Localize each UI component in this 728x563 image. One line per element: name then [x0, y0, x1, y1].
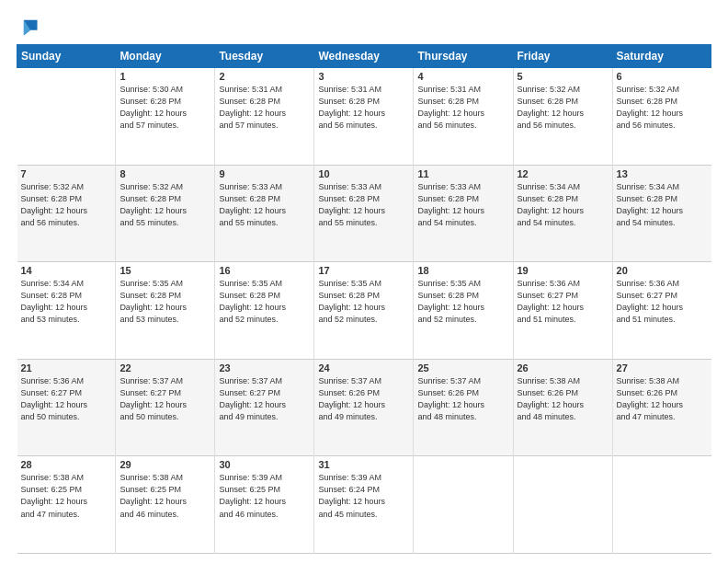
- day-info: Sunrise: 5:37 AMSunset: 6:27 PMDaylight:…: [119, 375, 210, 423]
- day-number: 24: [318, 362, 409, 373]
- day-info: Sunrise: 5:37 AMSunset: 6:26 PMDaylight:…: [318, 375, 409, 423]
- calendar-cell: 13Sunrise: 5:34 AMSunset: 6:28 PMDayligh…: [612, 165, 711, 262]
- logo-icon: [18, 17, 39, 37]
- day-info: Sunrise: 5:33 AMSunset: 6:28 PMDaylight:…: [219, 181, 310, 229]
- calendar-cell: 6Sunrise: 5:32 AMSunset: 6:28 PMDaylight…: [612, 68, 711, 166]
- header-wednesday: Wednesday: [314, 45, 414, 68]
- day-number: 3: [318, 71, 409, 82]
- day-info: Sunrise: 5:39 AMSunset: 6:25 PMDaylight:…: [219, 472, 310, 520]
- day-info: Sunrise: 5:37 AMSunset: 6:26 PMDaylight:…: [417, 375, 508, 423]
- day-number: 21: [21, 362, 112, 373]
- day-info: Sunrise: 5:32 AMSunset: 6:28 PMDaylight:…: [21, 181, 112, 229]
- day-info: Sunrise: 5:38 AMSunset: 6:26 PMDaylight:…: [518, 375, 609, 423]
- day-info: Sunrise: 5:39 AMSunset: 6:24 PMDaylight:…: [318, 472, 409, 520]
- calendar-cell: [414, 456, 513, 554]
- calendar-cell: 16Sunrise: 5:35 AMSunset: 6:28 PMDayligh…: [215, 262, 314, 360]
- calendar-cell: 25Sunrise: 5:37 AMSunset: 6:26 PMDayligh…: [414, 359, 513, 456]
- day-number: 20: [617, 265, 708, 276]
- calendar-cell: 27Sunrise: 5:38 AMSunset: 6:26 PMDayligh…: [612, 359, 711, 456]
- day-number: 9: [219, 168, 310, 179]
- day-info: Sunrise: 5:31 AMSunset: 6:28 PMDaylight:…: [219, 84, 310, 132]
- day-info: Sunrise: 5:32 AMSunset: 6:28 PMDaylight:…: [119, 181, 210, 229]
- calendar-cell: 17Sunrise: 5:35 AMSunset: 6:28 PMDayligh…: [314, 262, 414, 360]
- day-number: 30: [219, 459, 310, 470]
- day-number: 4: [417, 71, 508, 82]
- header-sunday: Sunday: [17, 45, 116, 68]
- calendar-cell: [612, 456, 711, 554]
- day-number: 12: [518, 168, 609, 179]
- calendar-cell: 30Sunrise: 5:39 AMSunset: 6:25 PMDayligh…: [215, 456, 314, 554]
- calendar-cell: 29Sunrise: 5:38 AMSunset: 6:25 PMDayligh…: [116, 456, 215, 554]
- calendar-cell: 10Sunrise: 5:33 AMSunset: 6:28 PMDayligh…: [314, 165, 414, 262]
- calendar-cell: 3Sunrise: 5:31 AMSunset: 6:28 PMDaylight…: [314, 68, 414, 166]
- calendar-week-2: 14Sunrise: 5:34 AMSunset: 6:28 PMDayligh…: [17, 262, 711, 360]
- header-tuesday: Tuesday: [215, 45, 314, 68]
- day-number: 31: [318, 459, 409, 470]
- calendar-cell: 7Sunrise: 5:32 AMSunset: 6:28 PMDaylight…: [17, 165, 116, 262]
- day-number: 22: [119, 362, 210, 373]
- day-number: 17: [318, 265, 409, 276]
- day-info: Sunrise: 5:31 AMSunset: 6:28 PMDaylight:…: [417, 84, 508, 132]
- day-info: Sunrise: 5:31 AMSunset: 6:28 PMDaylight:…: [318, 84, 409, 132]
- logo: [17, 17, 40, 37]
- day-number: 16: [219, 265, 310, 276]
- day-info: Sunrise: 5:35 AMSunset: 6:28 PMDaylight:…: [417, 278, 508, 326]
- calendar-cell: 12Sunrise: 5:34 AMSunset: 6:28 PMDayligh…: [513, 165, 612, 262]
- day-number: 19: [518, 265, 609, 276]
- calendar-week-3: 21Sunrise: 5:36 AMSunset: 6:27 PMDayligh…: [17, 359, 711, 456]
- day-number: 25: [417, 362, 508, 373]
- day-info: Sunrise: 5:34 AMSunset: 6:28 PMDaylight:…: [617, 181, 708, 229]
- day-info: Sunrise: 5:33 AMSunset: 6:28 PMDaylight:…: [318, 181, 409, 229]
- calendar-cell: 22Sunrise: 5:37 AMSunset: 6:27 PMDayligh…: [116, 359, 215, 456]
- day-number: 28: [21, 459, 112, 470]
- calendar-cell: [17, 68, 116, 166]
- day-info: Sunrise: 5:37 AMSunset: 6:27 PMDaylight:…: [219, 375, 310, 423]
- calendar-cell: 14Sunrise: 5:34 AMSunset: 6:28 PMDayligh…: [17, 262, 116, 360]
- calendar-cell: 9Sunrise: 5:33 AMSunset: 6:28 PMDaylight…: [215, 165, 314, 262]
- day-number: 13: [617, 168, 708, 179]
- calendar-cell: 28Sunrise: 5:38 AMSunset: 6:25 PMDayligh…: [17, 456, 116, 554]
- day-number: 6: [617, 71, 708, 82]
- day-number: 14: [21, 265, 112, 276]
- day-info: Sunrise: 5:38 AMSunset: 6:26 PMDaylight:…: [617, 375, 708, 423]
- calendar-cell: 31Sunrise: 5:39 AMSunset: 6:24 PMDayligh…: [314, 456, 414, 554]
- calendar-cell: 15Sunrise: 5:35 AMSunset: 6:28 PMDayligh…: [116, 262, 215, 360]
- day-number: 2: [219, 71, 310, 82]
- day-number: 18: [417, 265, 508, 276]
- calendar-cell: 4Sunrise: 5:31 AMSunset: 6:28 PMDaylight…: [414, 68, 513, 166]
- day-number: 5: [518, 71, 609, 82]
- day-number: 23: [219, 362, 310, 373]
- day-info: Sunrise: 5:36 AMSunset: 6:27 PMDaylight:…: [21, 375, 112, 423]
- day-info: Sunrise: 5:36 AMSunset: 6:27 PMDaylight:…: [518, 278, 609, 326]
- calendar-cell: 24Sunrise: 5:37 AMSunset: 6:26 PMDayligh…: [314, 359, 414, 456]
- header-saturday: Saturday: [612, 45, 711, 68]
- day-number: 27: [617, 362, 708, 373]
- day-info: Sunrise: 5:34 AMSunset: 6:28 PMDaylight:…: [518, 181, 609, 229]
- day-number: 10: [318, 168, 409, 179]
- calendar-cell: 8Sunrise: 5:32 AMSunset: 6:28 PMDaylight…: [116, 165, 215, 262]
- day-number: 8: [119, 168, 210, 179]
- day-number: 26: [518, 362, 609, 373]
- day-info: Sunrise: 5:38 AMSunset: 6:25 PMDaylight:…: [21, 472, 112, 520]
- calendar-cell: [513, 456, 612, 554]
- day-info: Sunrise: 5:38 AMSunset: 6:25 PMDaylight:…: [119, 472, 210, 520]
- day-info: Sunrise: 5:35 AMSunset: 6:28 PMDaylight:…: [219, 278, 310, 326]
- calendar-cell: 19Sunrise: 5:36 AMSunset: 6:27 PMDayligh…: [513, 262, 612, 360]
- day-info: Sunrise: 5:32 AMSunset: 6:28 PMDaylight:…: [617, 84, 708, 132]
- calendar-cell: 21Sunrise: 5:36 AMSunset: 6:27 PMDayligh…: [17, 359, 116, 456]
- calendar-cell: 5Sunrise: 5:32 AMSunset: 6:28 PMDaylight…: [513, 68, 612, 166]
- calendar-header-row: SundayMondayTuesdayWednesdayThursdayFrid…: [17, 45, 711, 68]
- calendar-cell: 11Sunrise: 5:33 AMSunset: 6:28 PMDayligh…: [414, 165, 513, 262]
- calendar-cell: 26Sunrise: 5:38 AMSunset: 6:26 PMDayligh…: [513, 359, 612, 456]
- calendar-table: SundayMondayTuesdayWednesdayThursdayFrid…: [17, 44, 711, 554]
- header-monday: Monday: [116, 45, 215, 68]
- page-header: [17, 17, 711, 37]
- day-info: Sunrise: 5:34 AMSunset: 6:28 PMDaylight:…: [21, 278, 112, 326]
- calendar-cell: 18Sunrise: 5:35 AMSunset: 6:28 PMDayligh…: [414, 262, 513, 360]
- calendar-cell: 2Sunrise: 5:31 AMSunset: 6:28 PMDaylight…: [215, 68, 314, 166]
- day-info: Sunrise: 5:32 AMSunset: 6:28 PMDaylight:…: [518, 84, 609, 132]
- calendar-cell: 20Sunrise: 5:36 AMSunset: 6:27 PMDayligh…: [612, 262, 711, 360]
- day-number: 1: [119, 71, 210, 82]
- day-info: Sunrise: 5:30 AMSunset: 6:28 PMDaylight:…: [119, 84, 210, 132]
- day-number: 11: [417, 168, 508, 179]
